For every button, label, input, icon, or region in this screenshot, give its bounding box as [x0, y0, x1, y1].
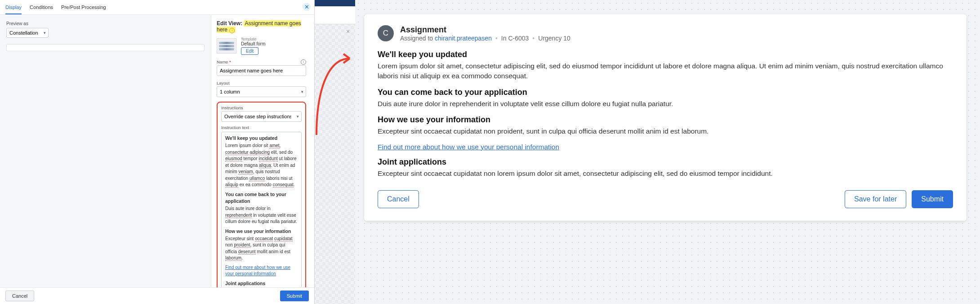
cancel-button[interactable]: Cancel	[5, 291, 34, 301]
rte-paragraph: Lorem ipsum dolor sit amet, consectetur …	[225, 143, 298, 188]
arrow-icon	[313, 40, 356, 139]
card-title: Assignment	[400, 25, 570, 35]
tab-prepost[interactable]: Pre/Post Processing	[61, 2, 106, 14]
section-text: Excepteur sint occaecat cupidatat non lo…	[378, 169, 953, 179]
name-input[interactable]	[217, 65, 306, 76]
name-field-group: Name *i	[217, 59, 306, 76]
rte-heading: We'll keep you updated	[225, 135, 298, 142]
instructions-select[interactable]: Override case step instructions	[221, 111, 302, 122]
layout-select[interactable]: 1 column	[217, 86, 306, 97]
template-name: Default form	[241, 41, 265, 46]
edit-view-title: Edit View: Assignment name goes herei	[217, 20, 306, 33]
instruction-text-label: Instruction text	[221, 125, 249, 130]
case-id: In C-6003	[501, 35, 529, 42]
urgency: Urgency 10	[538, 35, 570, 42]
preview-pane: Preview as Constellation ▾	[0, 15, 211, 287]
info-icon[interactable]: i	[229, 28, 235, 33]
rte-heading: You can come back to your application	[225, 191, 298, 205]
name-label: Name	[217, 59, 228, 64]
layout-field-group: Layout 1 column ▾	[217, 80, 306, 97]
tab-display[interactable]: Display	[5, 2, 22, 14]
editor-footer: Cancel Submit	[0, 287, 314, 304]
preview-as-select[interactable]: Constellation	[6, 28, 49, 38]
info-icon[interactable]: i	[301, 59, 306, 65]
section-text: Lorem ipsum dolor sit amet, consectetur …	[378, 61, 953, 81]
section-text: Duis aute irure dolor in reprehenderit i…	[378, 99, 953, 109]
section-heading: You can come back to your application	[378, 88, 953, 97]
rte-paragraph: Duis aute irure dolor in reprehenderit i…	[225, 206, 298, 225]
section-text: Excepteur sint occaecat cupidatat non pr…	[378, 126, 953, 136]
submit-button[interactable]: Submit	[912, 190, 953, 208]
card-body: We'll keep you updated Lorem ipsum dolor…	[378, 50, 953, 179]
close-icon[interactable]: ✕	[303, 3, 311, 11]
card-actions: Cancel Save for later Submit	[378, 190, 953, 208]
template-label: Template	[241, 37, 265, 41]
card-meta: Assigned to chiranit.prateepasen • In C-…	[400, 35, 570, 42]
preview-as-label: Preview as	[6, 21, 205, 26]
template-row: Template Default form Edit	[217, 37, 306, 55]
save-for-later-button[interactable]: Save for later	[845, 190, 906, 208]
editor-tabs: Display Conditions Pre/Post Processing ✕	[0, 0, 314, 15]
rte-paragraph: Excepteur sint occaecat cupidatat non pr…	[225, 236, 298, 262]
instructions-highlight: Instructions Override case step instruct…	[217, 102, 306, 287]
cancel-button[interactable]: Cancel	[378, 190, 419, 208]
more-info-link[interactable]: Find out more about how we use your pers…	[378, 143, 559, 151]
editor-panel: Display Conditions Pre/Post Processing ✕…	[0, 0, 315, 304]
layout-label: Layout	[217, 80, 306, 85]
instruction-text-editor[interactable]: We'll keep you updated Lorem ipsum dolor…	[221, 132, 302, 287]
rte-heading: How we use your information	[225, 228, 298, 235]
close-icon[interactable]: ×	[346, 28, 352, 34]
template-thumbnail	[217, 38, 236, 54]
avatar: C	[378, 25, 394, 41]
runtime-preview: C Assignment Assigned to chiranit.pratee…	[355, 0, 980, 304]
tab-conditions[interactable]: Conditions	[30, 2, 53, 14]
section-heading: Joint applications	[378, 157, 953, 167]
rte-link[interactable]: Find out more about how we use your pers…	[225, 265, 290, 277]
assignment-card: C Assignment Assigned to chiranit.pratee…	[364, 14, 967, 221]
section-heading: We'll keep you updated	[378, 50, 953, 59]
rte-heading: Joint applications	[225, 280, 298, 287]
section-heading: How we use your information	[378, 115, 953, 125]
assignee-link[interactable]: chiranit.prateepasen	[435, 35, 492, 42]
template-edit-button[interactable]: Edit	[241, 47, 258, 55]
middle-gutter: ×	[315, 0, 355, 304]
properties-pane: Edit View: Assignment name goes herei Te…	[211, 15, 314, 287]
instructions-label: Instructions	[221, 105, 302, 110]
submit-button[interactable]: Submit	[280, 291, 309, 301]
preview-placeholder	[6, 44, 205, 51]
